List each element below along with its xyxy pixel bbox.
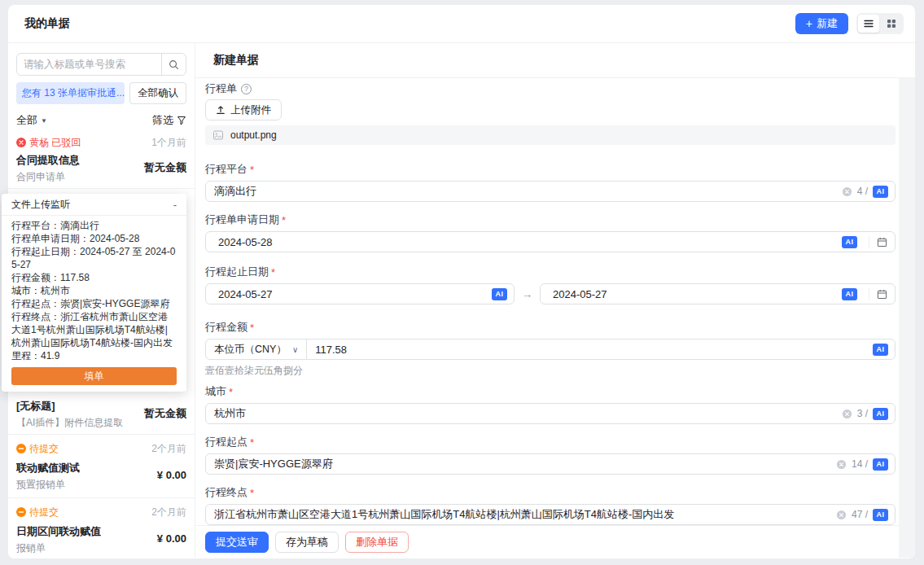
upload-attachment-button[interactable]: 上传附件 (205, 99, 282, 120)
field-amount: 行程金额 * 本位币（CNY） ∨ AI 壹佰壹拾柒元伍角捌分 (205, 321, 896, 375)
grid-view-icon (887, 19, 896, 28)
field-label: 行程起止日期 (205, 265, 269, 279)
ai-badge[interactable]: AI (842, 288, 857, 300)
clear-icon[interactable] (836, 510, 847, 520)
calendar-icon[interactable] (869, 236, 895, 248)
panel-line: 行程终点：浙江省杭州市萧山区空港大道1号杭州萧山国际机场T4航站楼|杭州萧山国际… (11, 310, 177, 349)
submit-button[interactable]: 提交送审 (205, 532, 269, 553)
scrollbar-track[interactable] (899, 78, 915, 558)
panel-line: 行程起止日期：2024-05-27 至 2024-05-27 (11, 245, 177, 271)
rejected-status-icon (16, 138, 26, 147)
item-amount: ¥ 0.00 (157, 532, 186, 545)
upload-button-label: 上传附件 (230, 103, 271, 117)
field-label: 行程终点 (205, 485, 247, 500)
panel-header: 文件上传监听 - (2, 194, 186, 216)
field-city: 城市 * 3 / AI (205, 385, 896, 424)
status-badge: 待提交 (16, 506, 59, 519)
clear-icon[interactable] (842, 409, 852, 419)
list-item[interactable]: 待提交 2个月前 日期区间联动赋值 报销单 ¥ 0.00 (8, 498, 195, 558)
item-subtitle: 合同申请单 (16, 170, 80, 182)
ai-badge[interactable]: AI (492, 288, 507, 300)
header-actions: + 新建 (795, 13, 904, 34)
item-subtitle: 【AI插件】附件信息提取 (16, 416, 123, 427)
char-counter: 14 / (852, 458, 868, 470)
file-upload-listener-panel: 文件上传监听 - 行程平台：滴滴出行 行程单申请日期：2024-05-28 行程… (2, 194, 186, 392)
required-mark: * (250, 436, 254, 449)
ai-badge[interactable]: AI (842, 236, 857, 248)
ai-badge[interactable]: AI (873, 458, 888, 471)
new-button-label: 新建 (817, 16, 838, 31)
calendar-icon[interactable] (869, 288, 895, 300)
item-time: 2个月前 (151, 506, 186, 519)
page-title: 我的单据 (24, 16, 70, 31)
list-item[interactable]: 黄杨 已驳回 1个月前 合同提取信息 合同申请单 暂无金额 (8, 130, 195, 189)
filter-all-label: 全部 (16, 113, 37, 128)
list-view-button[interactable] (858, 15, 879, 33)
item-title: 联动赋值测试 (16, 461, 80, 474)
ai-badge[interactable]: AI (873, 344, 888, 356)
range-start-input[interactable] (206, 288, 492, 300)
form-body: 行程单 ? 上传附件 output.png (195, 78, 915, 525)
origin-input[interactable] (206, 458, 836, 471)
panel-line: 行程平台：滴滴出行 (11, 219, 177, 232)
help-icon[interactable]: ? (241, 84, 252, 94)
item-title: [无标题] (16, 399, 123, 412)
chevron-down-icon: ∨ (292, 345, 298, 354)
attachment-file-row[interactable]: output.png (205, 125, 896, 145)
ai-badge[interactable]: AI (873, 186, 888, 198)
platform-input[interactable] (206, 186, 842, 198)
destination-input[interactable] (206, 509, 836, 521)
banner-text: 您有 13 张单据审批通... (22, 86, 125, 100)
attachment-file-name: output.png (230, 129, 277, 141)
item-title: 合同提取信息 (16, 153, 80, 166)
required-mark: * (250, 164, 254, 176)
form-panel: 新建单据 行程单 ? 上传附件 output.png (195, 43, 915, 558)
list-item[interactable]: [无标题] 【AI插件】附件信息提取 暂无金额 (8, 394, 195, 435)
form-title: 新建单据 (195, 43, 915, 78)
char-counter: 3 / (857, 408, 868, 419)
funnel-icon (177, 116, 186, 125)
confirm-all-button[interactable]: 全部确认 (129, 82, 186, 104)
item-amount: 暂无金额 (144, 406, 186, 421)
search-icon (169, 59, 179, 70)
required-mark: * (250, 487, 254, 499)
ai-badge[interactable]: AI (873, 408, 888, 420)
char-counter: 47 / (852, 509, 868, 520)
grid-view-button[interactable] (881, 15, 902, 33)
field-apply-date: 行程单申请日期 * AI (205, 213, 896, 252)
required-mark: * (250, 322, 254, 334)
item-subtitle: 报销单 (16, 541, 101, 553)
panel-line: 行程单申请日期：2024-05-28 (11, 232, 177, 245)
amount-input[interactable] (307, 344, 873, 356)
search-button[interactable] (161, 54, 186, 75)
range-end-input[interactable] (541, 288, 842, 300)
pending-status-icon (16, 507, 26, 517)
amount-in-words: 壹佰壹拾柒元伍角捌分 (205, 364, 896, 375)
clear-icon[interactable] (836, 459, 847, 470)
field-label: 城市 (205, 384, 226, 399)
panel-line: 行程起点：崇贤|宸安-HYGGE源翠府 (11, 297, 177, 310)
panel-line: 里程：41.9 (11, 349, 177, 362)
city-input[interactable] (206, 408, 842, 420)
minimize-icon[interactable]: - (173, 199, 177, 210)
delete-document-button[interactable]: 删除单据 (345, 532, 409, 553)
list-item[interactable]: 待提交 2个月前 联动赋值测试 预置报销单 ¥ 0.00 (8, 435, 195, 498)
required-mark: * (282, 214, 286, 226)
currency-value: 本位币（CNY） (214, 343, 287, 357)
apply-date-input[interactable] (206, 236, 842, 248)
currency-select[interactable]: 本位币（CNY） ∨ (206, 339, 307, 359)
filter-button[interactable]: 筛选 (152, 113, 186, 128)
clear-icon[interactable] (842, 186, 852, 197)
fill-form-button[interactable]: 填单 (11, 367, 177, 385)
save-draft-button[interactable]: 存为草稿 (275, 532, 339, 553)
image-file-icon (212, 129, 224, 141)
view-toggle (856, 13, 904, 34)
search-input[interactable] (17, 59, 161, 70)
attachment-label: 行程单 (205, 81, 237, 96)
item-time: 2个月前 (151, 442, 186, 456)
ai-badge[interactable]: AI (873, 509, 888, 521)
new-document-button[interactable]: + 新建 (795, 13, 848, 34)
filter-all-dropdown[interactable]: 全部 ▼ (16, 113, 47, 128)
field-platform: 行程平台 * 4 / AI (205, 163, 896, 202)
approval-notice-banner[interactable]: 您有 13 张单据审批通... › (16, 82, 125, 104)
